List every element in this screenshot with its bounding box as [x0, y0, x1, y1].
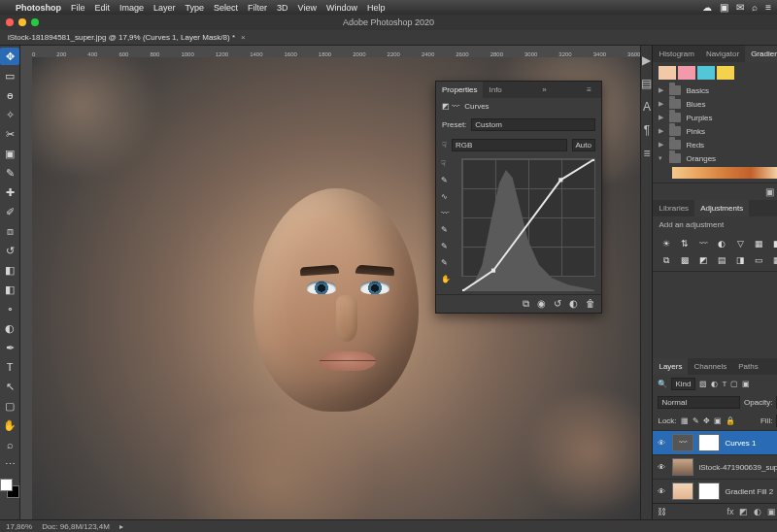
visibility-icon[interactable]: 👁	[658, 439, 667, 448]
character-panel-icon[interactable]: A	[643, 100, 651, 114]
gradient-strip-oranges[interactable]	[672, 167, 777, 179]
gradient-swatch[interactable]	[659, 66, 676, 80]
filter-adjust-icon[interactable]: ◐	[711, 380, 718, 388]
swatches-icon[interactable]: ▤	[641, 77, 652, 90]
adj-exposure[interactable]: ◐	[714, 237, 729, 250]
adj-threshold[interactable]: ◨	[732, 253, 748, 267]
menu-window[interactable]: Window	[326, 3, 357, 13]
tool-hand[interactable]: ✋	[0, 416, 19, 434]
window-maximize-button[interactable]	[31, 18, 39, 26]
adj-hue[interactable]: ▦	[751, 237, 766, 250]
menu-view[interactable]: View	[298, 3, 317, 13]
filter-shape-icon[interactable]: ▢	[730, 380, 738, 388]
tab-navigator[interactable]: Navigator	[700, 46, 745, 62]
tab-gradients[interactable]: Gradients	[745, 46, 777, 62]
tab-info[interactable]: Info	[483, 82, 507, 98]
pencil-icon[interactable]: ✎	[441, 176, 451, 184]
white-eyedropper-icon[interactable]: ✎	[441, 258, 451, 267]
bell-icon[interactable]: ✉	[736, 2, 744, 13]
adj-invert[interactable]: ◩	[695, 253, 711, 267]
lock-position-icon[interactable]: ✥	[703, 416, 710, 425]
play-icon[interactable]: ▶	[642, 53, 651, 67]
tool-stamp[interactable]: ⧈	[0, 222, 19, 240]
mask-icon[interactable]: ◩	[739, 507, 748, 516]
gradient-swatch[interactable]	[678, 66, 695, 80]
paragraph-panel-icon[interactable]: ¶	[644, 123, 650, 137]
curves-graph[interactable]	[461, 158, 595, 277]
new-group-icon[interactable]: ▣	[765, 186, 774, 197]
lock-transparent-icon[interactable]: ▦	[681, 416, 689, 425]
adj-selective-color[interactable]: ▦	[769, 253, 777, 267]
link-layers-icon[interactable]: ⛓	[658, 507, 666, 516]
document-tab[interactable]: iStock-181894581_super.jpg @ 17,9% (Curv…	[0, 30, 777, 46]
adjustment-icon[interactable]: ◐	[754, 507, 761, 516]
on-image-tool-icon[interactable]: ☟	[441, 159, 451, 168]
blend-mode-select[interactable]: Normal	[658, 396, 740, 409]
tool-eraser[interactable]: ◧	[0, 261, 19, 279]
gray-eyedropper-icon[interactable]: ✎	[441, 242, 451, 250]
filter-image-icon[interactable]: ▧	[699, 380, 707, 388]
mask-thumb[interactable]	[698, 434, 720, 451]
tool-eyedropper[interactable]: ✎	[0, 164, 19, 182]
mask-thumb[interactable]	[698, 482, 720, 500]
search-icon[interactable]: ⌕	[752, 2, 758, 13]
layer-row[interactable]: 👁 〰 Curves 1	[653, 430, 777, 454]
adj-bw[interactable]: ◧	[769, 237, 777, 250]
collapse-icon[interactable]: »	[536, 82, 552, 98]
black-eyedropper-icon[interactable]: ✎	[441, 225, 451, 234]
reset-icon[interactable]: ↺	[554, 298, 561, 310]
layer-filter-kind[interactable]: Kind	[671, 378, 695, 390]
tool-zoom[interactable]: ⌕	[0, 436, 19, 453]
chat-icon[interactable]: ▣	[720, 2, 728, 13]
menu-icon[interactable]: ≡	[765, 2, 771, 13]
menu-type[interactable]: Type	[186, 3, 205, 13]
tab-properties[interactable]: Properties	[436, 82, 483, 98]
tab-channels[interactable]: Channels	[688, 358, 732, 375]
gradient-swatch[interactable]	[697, 66, 715, 80]
window-close-button[interactable]	[6, 18, 14, 26]
gradient-folder-blues[interactable]: ▶Blues	[653, 97, 777, 111]
menu-3d[interactable]: 3D	[277, 3, 288, 13]
doc-info[interactable]: Doc: 96,8M/123,4M	[42, 522, 110, 531]
hand-icon[interactable]: ✋	[441, 275, 451, 283]
tool-lasso[interactable]: ɵ	[0, 86, 19, 104]
menu-edit[interactable]: Edit	[95, 3, 111, 13]
ruler-horizontal[interactable]: 0200400600800100012001400160018002000220…	[20, 46, 640, 57]
clip-icon[interactable]: ⧉	[523, 298, 529, 310]
adj-posterize[interactable]: ▤	[714, 253, 729, 267]
tool-gradient[interactable]: ◧	[0, 281, 19, 298]
view-previous-icon[interactable]: ◉	[537, 298, 546, 310]
tool-dodge[interactable]: ◐	[0, 319, 19, 337]
tool-rectangle[interactable]: ▢	[0, 397, 19, 415]
preset-select[interactable]: Custom	[471, 118, 595, 131]
filter-smart-icon[interactable]: ▣	[742, 380, 750, 388]
tab-layers[interactable]: Layers	[653, 358, 688, 375]
adj-brightness[interactable]: ☀	[659, 237, 674, 250]
tab-paths[interactable]: Paths	[732, 358, 763, 375]
gradient-folder-reds[interactable]: ▶Reds	[653, 138, 777, 151]
window-minimize-button[interactable]	[18, 18, 26, 26]
cloud-icon[interactable]: ☁	[702, 2, 712, 13]
tool-type[interactable]: T	[0, 358, 19, 376]
tab-histogram[interactable]: Histogram	[653, 46, 699, 62]
foreground-color-swatch[interactable]	[0, 479, 13, 491]
visibility-icon[interactable]: 👁	[658, 487, 667, 496]
close-tab-icon[interactable]: ×	[241, 33, 246, 42]
tool-heal[interactable]: ✚	[0, 183, 19, 201]
tool-pen[interactable]: ✒	[0, 339, 19, 356]
gradient-folder-purples[interactable]: ▶Purples	[653, 111, 777, 124]
lock-image-icon[interactable]: ✎	[693, 416, 699, 425]
lock-artboard-icon[interactable]: ▣	[714, 416, 722, 425]
tool-blur[interactable]: ∘	[0, 300, 19, 317]
gradient-swatch[interactable]	[717, 66, 734, 80]
adj-color-lookup[interactable]: ▩	[677, 253, 693, 267]
properties-panel[interactable]: Properties Info » ≡ ◩ 〰 Curves Preset: C…	[435, 81, 602, 314]
group-icon[interactable]: ▣	[767, 507, 776, 516]
gradient-folder-basics[interactable]: ▶Basics	[653, 83, 777, 97]
curve-icon[interactable]: 〰	[441, 209, 451, 217]
lock-all-icon[interactable]: 🔒	[726, 416, 735, 425]
chevron-right-icon[interactable]: ▸	[119, 522, 123, 531]
tab-adjustments[interactable]: Adjustments	[694, 200, 749, 216]
gradient-folder-pinks[interactable]: ▶Pinks	[653, 124, 777, 138]
adj-channel-mixer[interactable]: ⧉	[659, 253, 674, 267]
